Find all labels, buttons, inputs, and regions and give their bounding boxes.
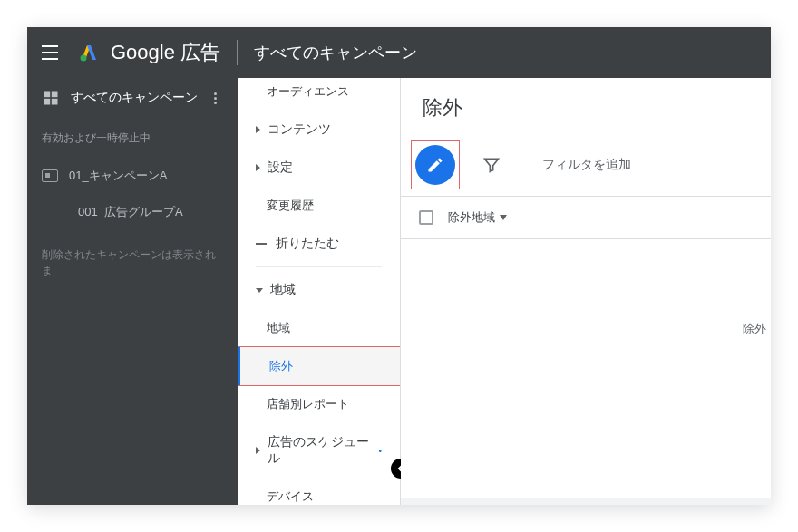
pencil-icon	[426, 156, 444, 174]
svg-rect-1	[44, 92, 51, 98]
sidebar-adgroup-item[interactable]: 001_広告グループA	[27, 193, 238, 231]
sidebar-campaign-item[interactable]: 01_キャンペーンA	[27, 159, 238, 193]
nav-ad-schedule[interactable]: 広告のスケジュール•	[238, 423, 400, 478]
nav-content[interactable]: コンテンツ	[238, 111, 400, 149]
nav-store-report[interactable]: 店舗別レポート	[238, 385, 400, 423]
menu-icon[interactable]	[42, 42, 63, 63]
nav-change-history[interactable]: 変更履歴	[238, 187, 400, 225]
main-content: 除外 フィルタを追加	[401, 78, 771, 505]
product-name: Google 広告	[111, 39, 220, 66]
campaign-icon	[42, 169, 58, 182]
nav-locations-sub[interactable]: 地域	[238, 309, 400, 347]
nav-separator	[256, 266, 382, 267]
minus-icon	[256, 243, 267, 245]
partial-right-text: 除外	[743, 321, 766, 337]
table-header: 除外地域	[401, 197, 771, 239]
edit-button[interactable]	[415, 145, 455, 185]
nav-audience[interactable]: オーディエンス	[238, 78, 400, 111]
toolbar: フィルタを追加	[401, 134, 771, 197]
chevron-down-icon	[256, 288, 263, 293]
campaign-sidebar: すべてのキャンペーン 有効および一時停止中 01_キャンペーンA 001_広告グ…	[27, 78, 238, 505]
nav-locations[interactable]: 地域	[238, 271, 400, 309]
more-icon[interactable]	[207, 90, 223, 106]
sidebar-all-campaigns-label: すべてのキャンペーン	[71, 90, 207, 106]
nav-exclusions[interactable]: 除外	[238, 347, 400, 385]
svg-rect-2	[52, 92, 58, 98]
edit-button-highlight	[412, 141, 459, 189]
sidebar-all-campaigns[interactable]: すべてのキャンペーン	[27, 78, 238, 118]
filter-placeholder[interactable]: フィルタを追加	[542, 157, 631, 173]
svg-rect-4	[52, 99, 58, 105]
app-header: Google 広告 すべてのキャンペーン	[27, 27, 771, 78]
page-nav: オーディエンス コンテンツ 設定 変更履歴 折りたたむ	[238, 78, 401, 505]
chevron-right-icon	[256, 447, 260, 454]
svg-point-0	[81, 55, 87, 62]
nav-collapse-row[interactable]: 折りたたむ	[238, 225, 400, 263]
page-title: 除外	[401, 78, 771, 134]
nav-settings[interactable]: 設定	[238, 149, 400, 187]
sidebar-deleted-note: 削除されたキャンペーンは表示されま	[27, 231, 238, 295]
chevron-right-icon	[256, 164, 260, 171]
grid-icon	[42, 89, 60, 107]
nav-devices[interactable]: デバイス	[238, 478, 400, 505]
sidebar-campaign-label: 01_キャンペーンA	[69, 168, 167, 184]
svg-rect-3	[44, 99, 51, 105]
header-divider	[237, 40, 238, 65]
chevron-right-icon	[256, 126, 260, 133]
filter-icon[interactable]	[482, 156, 501, 174]
sidebar-status: 有効および一時停止中	[27, 118, 238, 159]
breadcrumb[interactable]: すべてのキャンペーン	[254, 42, 417, 63]
section-divider	[401, 498, 771, 505]
column-excluded-location[interactable]: 除外地域	[448, 209, 507, 226]
select-all-checkbox[interactable]	[419, 210, 433, 225]
sort-arrow-icon	[500, 215, 507, 220]
google-ads-logo-icon	[78, 42, 100, 63]
